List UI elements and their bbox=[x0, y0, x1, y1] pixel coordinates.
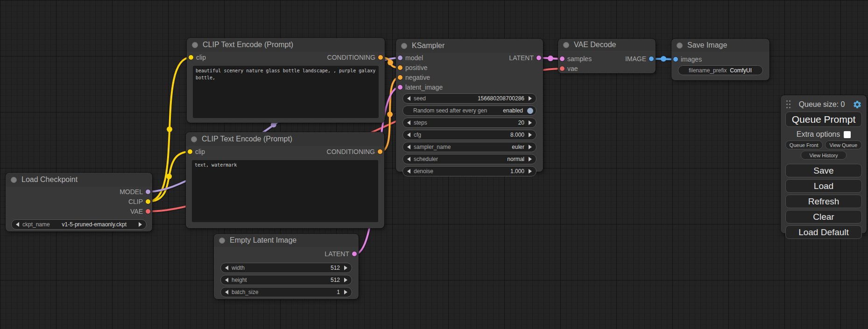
height-widget[interactable]: height 512 bbox=[220, 275, 352, 285]
collapse-dot-icon[interactable] bbox=[11, 177, 17, 183]
sampler-name-widget[interactable]: sampler_name euler bbox=[402, 142, 536, 152]
extra-options-checkbox[interactable] bbox=[844, 131, 851, 138]
link-midpoint-dot[interactable] bbox=[548, 56, 553, 61]
stepper-decrease-icon[interactable] bbox=[407, 145, 410, 149]
drag-handle-icon[interactable] bbox=[786, 100, 791, 109]
node-empty-latent-image[interactable]: Empty Latent Image LATENT width 512 heig… bbox=[214, 234, 359, 299]
batch-size-widget[interactable]: batch_size 1 bbox=[220, 287, 352, 297]
node-ksampler[interactable]: KSampler model LATENT positive negative … bbox=[396, 39, 543, 172]
node-title-bar[interactable]: CLIP Text Encode (Prompt) bbox=[186, 132, 384, 146]
collapse-dot-icon[interactable] bbox=[677, 42, 683, 49]
node-save-image[interactable]: Save Image images filename_prefix ComfyU… bbox=[671, 39, 769, 80]
link-midpoint-dot[interactable] bbox=[166, 174, 172, 179]
input-label: clip bbox=[196, 54, 206, 61]
stepper-increase-icon[interactable] bbox=[529, 145, 532, 149]
input-port-clip[interactable] bbox=[189, 55, 193, 60]
stepper-increase-icon[interactable] bbox=[529, 133, 532, 137]
cfg-widget[interactable]: cfg 8.000 bbox=[402, 130, 536, 140]
collapse-dot-icon[interactable] bbox=[563, 42, 569, 48]
input-port-model[interactable] bbox=[398, 56, 402, 60]
node-vae-decode[interactable]: VAE Decode samples IMAGE vae bbox=[558, 39, 656, 73]
load-button[interactable]: Load bbox=[785, 179, 862, 193]
node-clip-text-encode-positive[interactable]: CLIP Text Encode (Prompt) clip CONDITION… bbox=[187, 38, 385, 123]
stepper-decrease-icon[interactable] bbox=[407, 120, 410, 125]
seed-widget[interactable]: seed 156680208700286 bbox=[402, 93, 536, 104]
stepper-decrease-icon[interactable] bbox=[225, 278, 228, 282]
node-title-bar[interactable]: Empty Latent Image bbox=[214, 234, 359, 247]
collapse-dot-icon[interactable] bbox=[191, 136, 197, 142]
stepper-increase-icon[interactable] bbox=[344, 290, 347, 294]
node-title-bar[interactable]: KSampler bbox=[396, 39, 543, 53]
input-port-images[interactable] bbox=[673, 57, 678, 62]
link-midpoint-dot[interactable] bbox=[167, 126, 172, 132]
stepper-decrease-icon[interactable] bbox=[225, 266, 228, 270]
stepper-increase-icon[interactable] bbox=[344, 278, 347, 282]
stepper-decrease-icon[interactable] bbox=[407, 157, 410, 161]
width-widget[interactable]: width 512 bbox=[220, 263, 352, 273]
queue-size-label: Queue size: 0 bbox=[791, 100, 853, 109]
random-seed-toggle-widget[interactable]: Random seed after every gen enabled bbox=[402, 105, 536, 116]
stepper-increase-icon[interactable] bbox=[344, 266, 347, 270]
stepper-increase-icon[interactable] bbox=[529, 120, 532, 125]
input-port-vae[interactable] bbox=[560, 66, 565, 71]
node-title-bar[interactable]: Load Checkpoint bbox=[6, 173, 152, 187]
output-port-conditioning[interactable] bbox=[378, 149, 382, 154]
link-midpoint-dot[interactable] bbox=[661, 56, 666, 62]
save-button[interactable]: Save bbox=[785, 164, 862, 177]
prompt-textarea[interactable]: text, watermark bbox=[192, 160, 378, 222]
clear-button[interactable]: Clear bbox=[785, 210, 862, 224]
output-label: MODEL bbox=[120, 188, 143, 196]
settings-gear-icon[interactable] bbox=[853, 100, 862, 109]
refresh-button[interactable]: Refresh bbox=[785, 195, 862, 208]
node-title-bar[interactable]: VAE Decode bbox=[558, 39, 656, 51]
stepper-increase-icon[interactable] bbox=[139, 222, 142, 227]
output-port-latent[interactable] bbox=[536, 56, 541, 60]
stepper-increase-icon[interactable] bbox=[529, 96, 532, 101]
view-history-button[interactable]: View History bbox=[801, 151, 847, 160]
input-port-samples[interactable] bbox=[560, 56, 565, 61]
link-midpoint-dot[interactable] bbox=[387, 112, 393, 117]
stepper-decrease-icon[interactable] bbox=[16, 222, 19, 227]
node-title-bar[interactable]: Save Image bbox=[671, 39, 769, 52]
load-default-button[interactable]: Load Default bbox=[785, 225, 862, 239]
widget-label: filename_prefix bbox=[689, 67, 727, 74]
steps-widget[interactable]: steps 20 bbox=[402, 118, 536, 128]
output-port-clip[interactable] bbox=[146, 199, 150, 204]
filename-prefix-widget[interactable]: filename_prefix ComfyUI bbox=[678, 65, 763, 75]
scheduler-widget[interactable]: scheduler normal bbox=[402, 154, 536, 164]
ckpt-name-widget[interactable]: ckpt_name v1-5-pruned-emaonly.ckpt bbox=[11, 219, 147, 230]
collapse-dot-icon[interactable] bbox=[401, 43, 407, 49]
output-port-latent[interactable] bbox=[352, 252, 357, 256]
denoise-widget[interactable]: denoise 1.000 bbox=[402, 166, 536, 176]
node-load-checkpoint[interactable]: Load Checkpoint MODEL CLIP VAE ckpt_name… bbox=[6, 173, 152, 231]
stepper-increase-icon[interactable] bbox=[529, 169, 532, 174]
input-port-latent-image[interactable] bbox=[398, 85, 402, 90]
stepper-increase-icon[interactable] bbox=[529, 157, 532, 161]
queue-front-button[interactable]: Queue Front bbox=[785, 140, 823, 149]
collapse-dot-icon[interactable] bbox=[219, 238, 225, 244]
view-queue-button[interactable]: View Queue bbox=[825, 140, 862, 149]
stepper-decrease-icon[interactable] bbox=[407, 169, 410, 174]
stepper-decrease-icon[interactable] bbox=[225, 290, 228, 294]
widget-label: steps bbox=[414, 119, 427, 126]
collapse-dot-icon[interactable] bbox=[192, 42, 198, 48]
input-port-clip[interactable] bbox=[188, 149, 192, 154]
link-midpoint-dot[interactable] bbox=[388, 60, 393, 65]
input-port-negative[interactable] bbox=[398, 75, 402, 80]
queue-panel[interactable]: Queue size: 0 Queue Prompt Extra options… bbox=[781, 95, 867, 233]
node-title-bar[interactable]: CLIP Text Encode (Prompt) bbox=[187, 38, 385, 52]
output-label: IMAGE bbox=[625, 55, 646, 63]
output-port-model[interactable] bbox=[146, 189, 150, 194]
node-clip-text-encode-negative[interactable]: CLIP Text Encode (Prompt) clip CONDITION… bbox=[186, 132, 384, 228]
input-label: vae bbox=[567, 65, 578, 72]
comfyui-canvas[interactable]: { "colors": { "clip": "#ffd500", "model"… bbox=[0, 0, 868, 329]
input-port-positive[interactable] bbox=[398, 65, 402, 70]
output-port-conditioning[interactable] bbox=[378, 55, 383, 60]
toggle-indicator[interactable] bbox=[527, 108, 533, 114]
output-port-image[interactable] bbox=[649, 56, 654, 61]
queue-prompt-button[interactable]: Queue Prompt bbox=[785, 112, 862, 127]
stepper-decrease-icon[interactable] bbox=[407, 133, 410, 137]
output-port-vae[interactable] bbox=[146, 209, 150, 214]
prompt-textarea[interactable]: beautiful scenery nature glass bottle la… bbox=[193, 66, 379, 118]
stepper-decrease-icon[interactable] bbox=[407, 96, 410, 101]
